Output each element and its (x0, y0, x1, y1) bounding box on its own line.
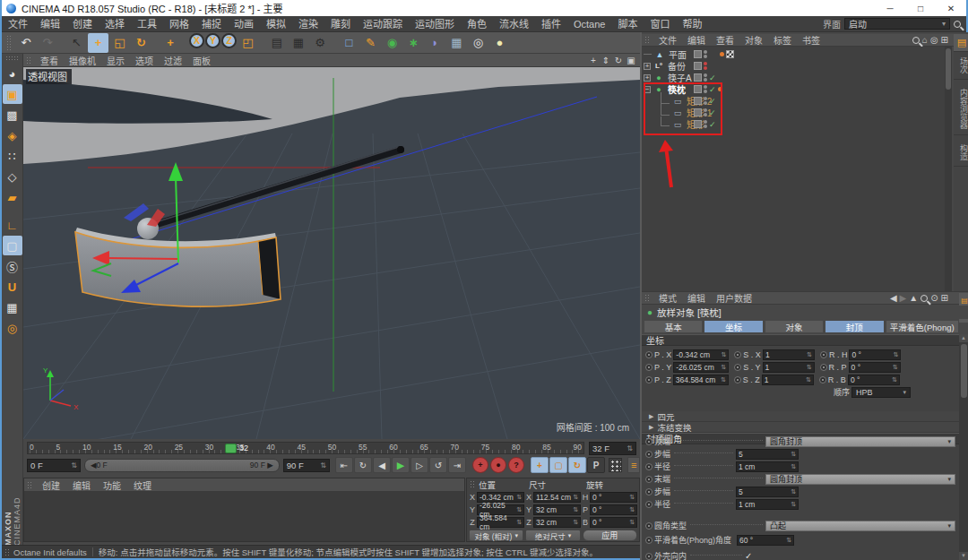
texture-tag-icon[interactable] (726, 50, 734, 58)
z-axis-lock-button[interactable]: Z (221, 33, 237, 48)
layer-tag-icon[interactable] (694, 108, 702, 116)
y-axis-lock-button[interactable]: Y (205, 33, 220, 48)
keyframe-selection-button[interactable]: ? (508, 457, 524, 473)
viewport-solo-button[interactable]: ▢ (3, 236, 22, 255)
keyframe-radio[interactable] (645, 476, 653, 483)
enabled-check[interactable]: ✓ (709, 97, 716, 106)
texture-mode-button[interactable]: ▩ (3, 105, 22, 125)
cap-radius2-input[interactable]: 1 cm⇅ (736, 499, 799, 510)
size-x-input[interactable]: 112.54 cm⇅ (533, 492, 581, 503)
om-add-icon[interactable]: ⊞ (941, 35, 948, 45)
x-axis-lock-button[interactable]: X (189, 33, 204, 48)
tab-object-manager-icon[interactable]: ▤ (954, 34, 968, 52)
move-tool-button[interactable]: + (88, 33, 108, 53)
layer-tag-icon[interactable] (694, 85, 702, 93)
workplane-mode-button[interactable]: ◈ (3, 125, 22, 145)
menu-item[interactable]: Octane (567, 19, 611, 30)
attribute-scrollbar[interactable]: ▲▼ (959, 334, 968, 560)
pos-z-input[interactable]: 364.584 cm⇅ (477, 517, 524, 528)
previous-frame-button[interactable]: ◀ (373, 457, 391, 473)
rotate-view-icon[interactable]: ↻ (613, 56, 624, 65)
menu-item[interactable]: 脚本 (611, 19, 644, 30)
scale-tool-button[interactable]: ◱ (109, 33, 130, 53)
start-frame-input[interactable]: 0 F⇅ (27, 459, 81, 472)
om-home-icon[interactable]: ⌂ (922, 35, 928, 45)
viewport-menu-item[interactable]: 显示 (101, 54, 130, 67)
zoom-view-icon[interactable]: ⇕ (601, 56, 611, 65)
menu-item[interactable]: 窗口 (644, 19, 676, 30)
coord-mode-dropdown[interactable]: 对象 (相对)▾ (469, 530, 523, 541)
menu-item[interactable]: 文件 (2, 19, 34, 30)
key-parameter-toggle[interactable]: P (587, 457, 605, 473)
end-frame-input[interactable]: 90 F⇅ (283, 459, 330, 472)
object-manager-menu-item[interactable]: 书签 (797, 33, 825, 47)
menu-item[interactable]: 编辑 (34, 19, 66, 30)
viewport-menu-item[interactable]: 选项 (130, 54, 159, 67)
leftbar-grip[interactable] (5, 56, 20, 61)
fillet-type-dropdown[interactable]: 凸起▾ (765, 521, 955, 531)
undo-button[interactable]: ↶ (16, 33, 37, 53)
object-manager-grip[interactable] (644, 36, 651, 44)
record-keyframe-button[interactable]: + (472, 457, 488, 473)
phong-angle-input[interactable]: 60 °⇅ (737, 535, 794, 546)
visibility-dots[interactable] (704, 50, 707, 58)
keyframe-radio[interactable] (645, 537, 653, 544)
layer-tag-icon[interactable] (694, 62, 702, 70)
tab-basic[interactable]: 基本 (644, 320, 703, 333)
dock-tab[interactable]: 场次 (954, 52, 968, 80)
visibility-dots[interactable] (704, 73, 707, 82)
viewport-menu-item[interactable]: 查看 (35, 54, 64, 67)
material-menu-item[interactable]: 纹理 (127, 478, 158, 492)
size-y-input[interactable]: 32 cm⇅ (533, 504, 581, 515)
am-add-icon[interactable]: ⊞ (941, 293, 948, 303)
axis-mode-button[interactable]: ∟ (3, 215, 22, 235)
keyframe-radio[interactable] (645, 463, 653, 470)
history-back-icon[interactable]: ◀ (890, 293, 897, 303)
cap-steps2-input[interactable]: 5⇅ (736, 487, 799, 497)
viewport-menu-item[interactable]: 过滤 (159, 54, 187, 67)
next-frame-button[interactable]: ▷ (411, 457, 428, 473)
tab-phong[interactable]: 平滑着色(Phong) (886, 320, 959, 333)
interface-dropdown[interactable]: 启动▾ (844, 18, 950, 30)
coordinate-panel-grip[interactable] (470, 480, 476, 488)
viewport-canvas[interactable]: Y X 透视视图 网格间距 : 100 cm (23, 67, 640, 439)
environment-floor-button[interactable]: ▦ (446, 33, 467, 53)
tab-caps[interactable]: 封顶 (825, 320, 884, 333)
primitive-cube-button[interactable]: □ (339, 33, 359, 53)
enabled-check[interactable]: ✓ (709, 85, 716, 94)
goto-start-button[interactable]: ⇤ (335, 457, 353, 473)
px-input[interactable]: -0.342 cm⇅ (673, 349, 729, 360)
workplane-lock-button[interactable]: ▦ (3, 297, 22, 317)
light-button[interactable]: ● (489, 33, 510, 53)
menu-item[interactable]: 帮助 (676, 19, 708, 30)
coordinate-system-button[interactable]: ◰ (238, 33, 258, 53)
keyframe-radio[interactable] (645, 451, 653, 458)
rot-p-input[interactable]: 0 °⇅ (590, 504, 637, 515)
autokey-button[interactable]: ● (490, 457, 506, 473)
layer-tag-icon[interactable] (694, 73, 702, 82)
tab-object[interactable]: 对象 (765, 320, 824, 333)
sx-input[interactable]: 1⇅ (763, 349, 815, 360)
render-view-button[interactable]: ▤ (267, 33, 288, 53)
rb-input[interactable]: 0 °⇅ (848, 375, 900, 385)
keyframe-radio[interactable] (734, 376, 741, 383)
menu-item[interactable]: 网格 (163, 19, 195, 30)
menu-item[interactable]: 动画 (228, 19, 260, 30)
menu-item[interactable]: 创建 (66, 19, 99, 30)
keyframe-radio[interactable] (734, 351, 741, 358)
py-input[interactable]: -26.025 cm⇅ (673, 362, 729, 373)
attribute-menu-item[interactable]: 编辑 (682, 291, 711, 305)
point-level-animation-button[interactable] (609, 458, 622, 472)
keyframe-radio[interactable] (645, 351, 653, 358)
tab-coordinates[interactable]: 坐标 (704, 320, 763, 333)
redo-button[interactable]: ↷ (38, 33, 58, 53)
menu-item[interactable]: 运动跟踪 (357, 19, 409, 30)
material-menu-item[interactable]: 功能 (97, 478, 127, 492)
visibility-dots[interactable] (704, 85, 707, 93)
keyframe-radio[interactable] (819, 376, 826, 383)
menu-item[interactable]: 插件 (535, 19, 567, 30)
menu-item[interactable]: 工具 (131, 19, 163, 30)
material-list-area[interactable] (24, 492, 464, 541)
play-backwards-button[interactable]: ↻ (354, 457, 372, 473)
maximize-button[interactable]: □ (905, 0, 936, 16)
